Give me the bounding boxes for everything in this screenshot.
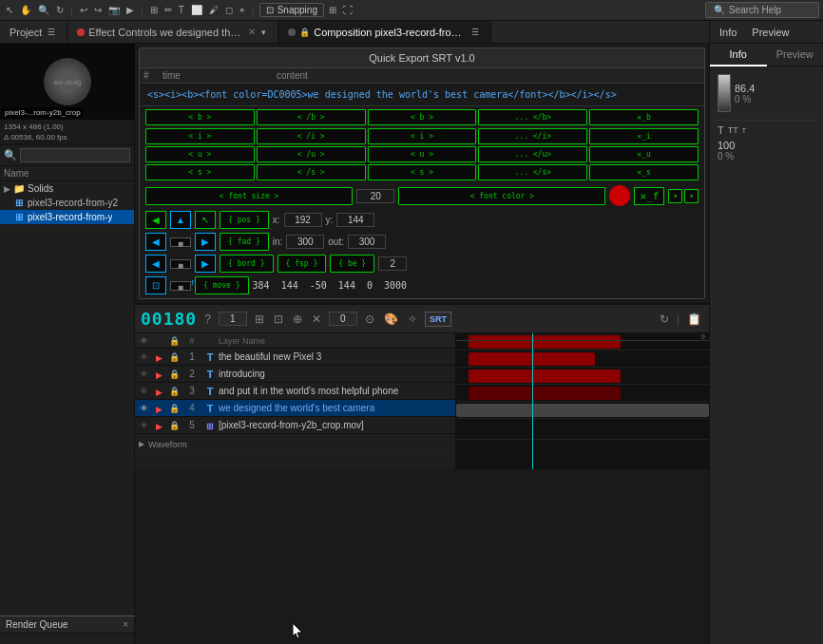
btn-fad-sq[interactable]: ■ xyxy=(170,237,191,247)
btn-bord-sq[interactable]: ■ xyxy=(170,259,191,269)
btn-pos-left-arrow[interactable]: ◀ xyxy=(145,211,166,229)
btn-fad-label[interactable]: { fad } xyxy=(220,233,269,251)
zoom-tool-icon[interactable]: 🔍 xyxy=(36,4,51,16)
project-search-input[interactable] xyxy=(20,148,130,162)
btn-u-open[interactable]: < u > xyxy=(145,146,255,162)
rotate-icon[interactable]: ↻ xyxy=(54,4,66,16)
btn-fad-left[interactable]: ◀ xyxy=(145,233,166,251)
preview-label[interactable]: Preview xyxy=(752,27,789,38)
btn-b-x[interactable]: ✕_b xyxy=(589,109,699,125)
expand-icon[interactable]: ⛶ xyxy=(341,4,354,16)
type-tool-icon[interactable]: T xyxy=(177,4,186,16)
layer-3-eye-icon[interactable]: 👁 xyxy=(137,387,150,396)
layer-row-2[interactable]: 👁 ▶ 🔒 2 T introducing xyxy=(135,366,455,383)
btn-be-label[interactable]: { be } xyxy=(330,255,374,273)
layer-row-3[interactable]: 👁 ▶ 🔒 3 T and put it in the world's most… xyxy=(135,383,455,400)
btn-b-open[interactable]: < b > xyxy=(145,109,255,125)
layer-row-4[interactable]: 👁 ▶ 🔒 4 T we designed the world's best c… xyxy=(135,400,455,417)
btn-b-open2[interactable]: < b > xyxy=(368,109,477,125)
brush-icon[interactable]: 🖌 xyxy=(207,4,220,16)
frame-input-2[interactable] xyxy=(329,312,357,326)
layer-row-5[interactable]: 👁 ▶ 🔒 5 ⊞ [pixel3-record-from-y2b_crop.m… xyxy=(135,417,455,434)
btn-b-ellipsis[interactable]: ... </b> xyxy=(478,109,587,125)
info-label[interactable]: Info xyxy=(719,27,737,38)
shape-tool-icon[interactable]: ⬜ xyxy=(189,4,204,16)
camera-icon[interactable]: 📷 xyxy=(106,4,122,16)
null-icon[interactable]: ✕ xyxy=(310,311,323,328)
render-queue-close-btn[interactable]: × xyxy=(123,619,128,630)
btn-i-x[interactable]: ✕_i xyxy=(589,128,699,144)
pos-y-input[interactable] xyxy=(336,213,374,227)
btn-bord-label[interactable]: { bord } xyxy=(220,255,274,273)
btn-fsp-label[interactable]: { fsp } xyxy=(278,255,327,273)
layer-4-play-btn[interactable]: ▶ xyxy=(152,403,165,414)
btn-i-open[interactable]: < i > xyxy=(145,128,255,144)
btn-font-color[interactable]: < font color > xyxy=(398,187,605,205)
tab-info[interactable]: Info xyxy=(710,44,767,66)
btn-bord-right[interactable]: ▶ xyxy=(195,255,216,273)
layer-3-play-btn[interactable]: ▶ xyxy=(152,386,165,397)
help-icon[interactable]: ? xyxy=(202,311,213,328)
tab-project-menu-icon[interactable]: ☰ xyxy=(46,27,57,38)
btn-pos-up-arrow[interactable]: ▲ xyxy=(170,211,191,229)
tab-comp-menu-icon[interactable]: ☰ xyxy=(469,27,481,38)
btn-move-sq[interactable]: ■ xyxy=(170,281,191,291)
btn-font-x[interactable]: ✕_f xyxy=(634,187,664,205)
solo-icon[interactable]: ⊕ xyxy=(291,311,304,328)
comp-icon[interactable]: ⊞ xyxy=(253,311,266,328)
tab-effect-menu-icon[interactable]: ▾ xyxy=(259,27,268,38)
tab-effect-controls[interactable]: Effect Controls we designed the w ✕ ▾ xyxy=(67,21,278,43)
hand-tool-icon[interactable]: ✋ xyxy=(18,4,33,16)
layer-3-lock-icon[interactable]: 🔒 xyxy=(167,387,181,396)
color-picker-dot[interactable] xyxy=(609,185,630,206)
eraser-icon[interactable]: ◻ xyxy=(223,4,235,16)
layer-1-play-btn[interactable]: ▶ xyxy=(152,351,165,363)
btn-font-size[interactable]: < font size > xyxy=(145,187,353,205)
color-icon[interactable]: 🎨 xyxy=(382,311,400,328)
layer-2-lock-icon[interactable]: 🔒 xyxy=(167,369,181,379)
log-icon[interactable]: 📋 xyxy=(685,311,703,328)
target-icon[interactable]: ⊙ xyxy=(363,311,376,328)
pen-tool-icon[interactable]: ✏ xyxy=(163,4,174,16)
tab-composition[interactable]: 🔒 Composition pixel3-record-from-y2b_cro… xyxy=(278,21,491,43)
btn-s-close[interactable]: < /s > xyxy=(257,164,366,180)
pos-x-input[interactable] xyxy=(284,213,322,227)
layer-2-play-btn[interactable]: ▶ xyxy=(152,369,165,380)
waveform-arrow-icon[interactable]: ▶ xyxy=(139,440,144,448)
btn-s-x[interactable]: ✕_s xyxy=(589,164,699,180)
cursor-tool-icon[interactable]: ↖ xyxy=(4,4,15,16)
btn-i-open2[interactable]: < i > xyxy=(368,128,477,144)
composition-icon[interactable]: ⊞ xyxy=(148,4,160,16)
render-icon[interactable]: ▶ xyxy=(124,4,136,16)
btn-s-open2[interactable]: < s > xyxy=(368,164,477,180)
layer-5-eye-icon[interactable]: 👁 xyxy=(137,421,150,430)
font-size-input[interactable] xyxy=(356,189,394,203)
tab-project[interactable]: Project ☰ xyxy=(0,21,67,43)
grid-view-icon[interactable]: ⊡ xyxy=(272,311,285,328)
btn-u-x[interactable]: ✕_u xyxy=(589,146,699,162)
layer-row-1[interactable]: 👁 ▶ 🔒 1 T the beautiful new Pixel 3 xyxy=(135,349,455,366)
layer-4-eye-icon[interactable]: 👁 xyxy=(137,404,150,413)
btn-u-close[interactable]: < /u > xyxy=(257,146,366,162)
layer-5-lock-icon[interactable]: 🔒 xyxy=(167,421,181,430)
btn-pos-curve[interactable]: ↖ xyxy=(195,211,216,229)
be-input[interactable] xyxy=(378,256,407,271)
srt-export-btn[interactable]: SRT xyxy=(425,312,451,327)
layer-4-lock-icon[interactable]: 🔒 xyxy=(167,404,181,413)
btn-move-icon[interactable]: ⊡ xyxy=(145,276,166,294)
frame-input[interactable] xyxy=(219,312,247,326)
btn-u-ellipsis[interactable]: ... </u> xyxy=(478,146,587,162)
effects-icon[interactable]: ✧ xyxy=(406,311,419,328)
btn-s-ellipsis[interactable]: ... </s> xyxy=(478,164,587,180)
btn-bord-left[interactable]: ◀ xyxy=(145,255,166,273)
btn-fad-right[interactable]: ▶ xyxy=(195,233,216,251)
redo-icon[interactable]: ↪ xyxy=(92,4,104,16)
file-item-1[interactable]: ⊞ pixel3-record-from-y xyxy=(0,210,134,224)
refresh-icon[interactable]: ↻ xyxy=(658,311,671,328)
file-item-0[interactable]: ⊞ pixel3-record-from-y2 xyxy=(0,196,134,210)
layer-2-eye-icon[interactable]: 👁 xyxy=(137,369,150,379)
btn-s-open[interactable]: < s > xyxy=(145,164,255,180)
btn-dropdown-1[interactable]: ▾ xyxy=(668,189,682,203)
tab-preview[interactable]: Preview xyxy=(767,44,824,66)
btn-u-open2[interactable]: < u > xyxy=(368,146,477,162)
